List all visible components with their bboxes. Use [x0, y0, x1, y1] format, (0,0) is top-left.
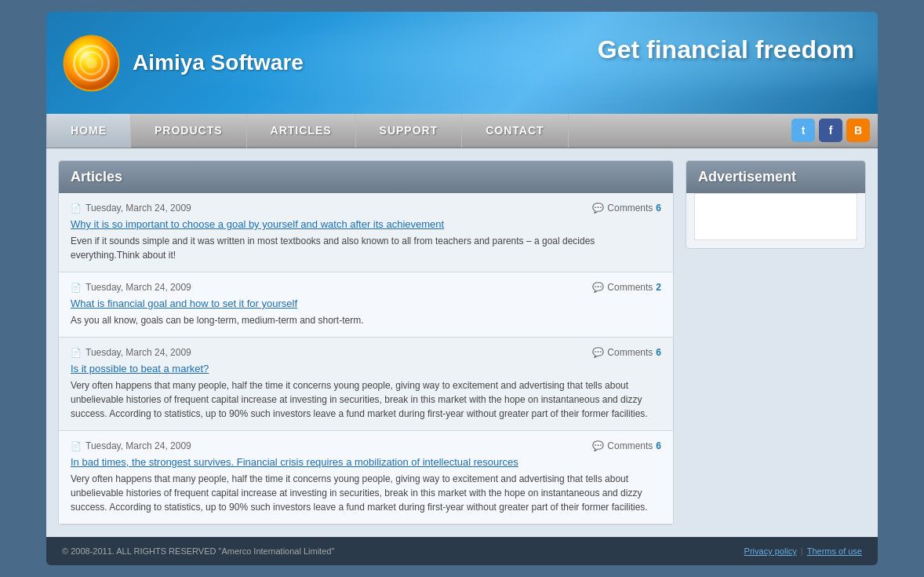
article-title-link[interactable]: Why it is so important to choose a goal …: [71, 218, 661, 230]
article-date: 📄 Tuesday, March 24, 2009: [71, 282, 191, 293]
svg-point-3: [86, 57, 97, 68]
article-excerpt: Even if it sounds simple and it was writ…: [71, 234, 661, 262]
logo-icon: [62, 34, 121, 93]
article-date: 📄 Tuesday, March 24, 2009: [71, 203, 191, 214]
calendar-icon: 📄: [71, 348, 82, 358]
nav-bar: HOME PRODUCTS ARTICLES SUPPORT CONTACT t…: [46, 114, 878, 148]
article-title-link[interactable]: In bad times, the strongest survives. Fi…: [71, 456, 661, 468]
article-meta: 📄 Tuesday, March 24, 2009 💬 Comments 6: [71, 203, 661, 214]
article-item: 📄 Tuesday, March 24, 2009 💬 Comments 6 I…: [59, 338, 673, 431]
article-title-link[interactable]: What is financial goal and how to set it…: [71, 298, 661, 309]
header: Aimiya Software Get financial freedom: [46, 12, 878, 114]
article-comments: 💬 Comments 6: [592, 203, 661, 214]
articles-panel-header: Articles: [59, 161, 673, 193]
nav-item-products[interactable]: PRODUCTS: [131, 113, 247, 148]
footer: © 2008-2011. ALL RIGHTS RESERVED "Amerco…: [46, 537, 878, 565]
article-excerpt: Very often happens that many people, hal…: [71, 378, 661, 421]
article-meta: 📄 Tuesday, March 24, 2009 💬 Comments 2: [71, 282, 661, 293]
article-comments: 💬 Comments 6: [592, 347, 661, 358]
calendar-icon: 📄: [71, 283, 82, 293]
site-title: Aimiya Software: [133, 50, 304, 75]
comment-icon: 💬: [592, 203, 604, 214]
comment-icon: 💬: [592, 347, 604, 358]
comment-icon: 💬: [592, 440, 604, 451]
nav-items: HOME PRODUCTS ARTICLES SUPPORT CONTACT: [46, 113, 791, 148]
nav-item-contact[interactable]: CONTACT: [462, 113, 568, 148]
article-item: 📄 Tuesday, March 24, 2009 💬 Comments 2 W…: [59, 272, 673, 338]
ad-content: [694, 193, 857, 240]
social-facebook-button[interactable]: f: [819, 119, 842, 142]
nav-item-support[interactable]: SUPPORT: [356, 113, 463, 148]
footer-divider: |: [801, 546, 803, 556]
article-excerpt: Very often happens that many people, hal…: [71, 472, 661, 514]
article-title-link[interactable]: Is it possible to beat a market?: [71, 363, 661, 374]
article-date: 📄 Tuesday, March 24, 2009: [71, 440, 191, 451]
articles-panel: Articles 📄 Tuesday, March 24, 2009 💬 Com…: [58, 160, 674, 525]
footer-links: Privacy policy | Therms of use: [744, 546, 862, 556]
article-meta: 📄 Tuesday, March 24, 2009 💬 Comments 6: [71, 347, 661, 358]
social-twitter-button[interactable]: t: [791, 119, 815, 142]
footer-copyright: © 2008-2011. ALL RIGHTS RESERVED "Amerco…: [62, 546, 334, 556]
article-item: 📄 Tuesday, March 24, 2009 💬 Comments 6 W…: [59, 193, 673, 272]
header-slogan: Get financial freedom: [598, 35, 854, 64]
ad-box: Advertisement: [686, 160, 866, 249]
article-comments: 💬 Comments 2: [592, 282, 661, 293]
ad-panel-header: Advertisement: [686, 161, 865, 193]
article-excerpt: As you all know, goals can be long-term,…: [71, 313, 661, 327]
logo-area: Aimiya Software: [62, 34, 304, 93]
ad-panel: Advertisement: [686, 160, 866, 525]
terms-of-use-link[interactable]: Therms of use: [807, 546, 862, 556]
nav-social: t f B: [791, 119, 878, 142]
nav-item-home[interactable]: HOME: [46, 113, 131, 148]
article-date: 📄 Tuesday, March 24, 2009: [71, 347, 191, 358]
content-area: Articles 📄 Tuesday, March 24, 2009 💬 Com…: [46, 148, 878, 537]
calendar-icon: 📄: [71, 203, 82, 214]
nav-item-articles[interactable]: ARTICLES: [247, 113, 356, 148]
comment-icon: 💬: [592, 282, 604, 293]
calendar-icon: 📄: [71, 441, 82, 451]
article-meta: 📄 Tuesday, March 24, 2009 💬 Comments 6: [71, 440, 661, 451]
article-item: 📄 Tuesday, March 24, 2009 💬 Comments 6 I…: [59, 431, 673, 524]
article-comments: 💬 Comments 6: [592, 440, 661, 451]
privacy-policy-link[interactable]: Privacy policy: [744, 546, 797, 556]
social-blog-button[interactable]: B: [846, 119, 870, 142]
